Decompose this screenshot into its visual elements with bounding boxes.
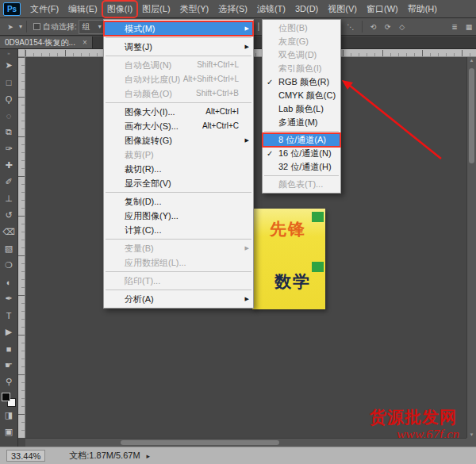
move-tool[interactable]: ➤	[2, 57, 17, 74]
menu-item-apply-image[interactable]: 应用图像(Y)...	[104, 209, 253, 223]
panels-icon[interactable]: ≣	[448, 21, 461, 33]
rectangle-tool[interactable]: ■	[2, 340, 17, 357]
gradient-tool[interactable]: ▧	[2, 240, 17, 257]
options-separator	[362, 21, 363, 33]
menu-item-canvas-size[interactable]: 画布大小(S)... Alt+Ctrl+C	[104, 119, 253, 133]
rectangular-marquee-tool[interactable]: □	[2, 74, 17, 90]
lasso-tool[interactable]: Ϙ	[2, 90, 17, 107]
menu-3d[interactable]: 3D(D)	[290, 2, 323, 16]
submenu-item-indexed-color: 索引颜色(I)	[263, 62, 340, 75]
menu-separator	[106, 192, 251, 193]
submenu-item-16-bits[interactable]: ✓ 16 位/通道(N)	[263, 147, 340, 160]
submenu-item-rgb-color[interactable]: ✓ RGB 颜色(R)	[263, 75, 340, 89]
status-bar: 33.44% 文档:1.87M/5.67M ▸	[0, 447, 476, 464]
3d-axis-icon[interactable]: ◇	[396, 21, 409, 33]
vertical-scrollbar[interactable]: ▲ ▼	[466, 57, 476, 438]
spot-healing-brush-tool[interactable]: ✚	[2, 157, 17, 174]
tool-preset-caret-icon[interactable]: ▾	[19, 23, 22, 30]
menu-help[interactable]: 帮助(H)	[403, 1, 442, 17]
submenu-item-duotone: 双色调(D)	[263, 48, 340, 62]
tools-panel: » ➤ □ Ϙ ◌ ⧉ ✑ ✚ ✐ ⊥ ↺ ⌫ ▧ ❍ ◐ ✒ T ▶ ■ ☛ …	[0, 49, 18, 447]
quick-mask-icon[interactable]: ◨	[2, 407, 17, 424]
image-text-2: 数学	[274, 270, 311, 293]
check-icon: ✓	[267, 147, 273, 160]
eyedropper-tool[interactable]: ✑	[2, 140, 17, 157]
menu-item-image-size[interactable]: 图像大小(I)... Alt+Ctrl+I	[104, 105, 253, 119]
quick-selection-tool[interactable]: ◌	[2, 107, 17, 124]
crop-tool[interactable]: ⧉	[2, 124, 17, 140]
blur-tool[interactable]: ❍	[2, 257, 17, 274]
zoom-tool[interactable]: ⚲	[2, 374, 17, 390]
brush-tool[interactable]: ✐	[2, 174, 17, 190]
submenu-item-32-bits[interactable]: 32 位/通道(H)	[263, 160, 340, 174]
color-swatches	[2, 393, 16, 407]
clone-stamp-tool[interactable]: ⊥	[2, 190, 17, 207]
vertical-scroll-thumb[interactable]	[469, 68, 474, 163]
submenu-item-cmyk-color[interactable]: CMYK 颜色(C)	[263, 89, 340, 102]
menu-separator	[106, 37, 251, 38]
submenu-item-lab-color[interactable]: Lab 颜色(L)	[263, 102, 340, 116]
menu-separator	[106, 239, 251, 240]
scroll-down-icon[interactable]: ▼	[467, 432, 476, 437]
auto-select-checkbox[interactable]	[33, 23, 40, 30]
move-tool-preset-icon[interactable]: ➤	[4, 21, 17, 33]
menu-view[interactable]: 视图(V)	[323, 1, 362, 17]
menu-item-analysis[interactable]: 分析(A) ▶	[104, 292, 253, 306]
menu-item-duplicate[interactable]: 复制(D)...	[104, 194, 253, 209]
workspace-icon[interactable]: ▦	[463, 21, 475, 33]
submenu-item-grayscale: 灰度(G)	[263, 35, 340, 48]
submenu-item-8-bits[interactable]: 8 位/通道(A)	[263, 133, 340, 147]
submenu-arrow-icon: ▶	[245, 40, 249, 54]
screen-mode-icon[interactable]: ▣	[2, 424, 17, 440]
menu-item-reveal-all[interactable]: 显示全部(V)	[104, 176, 253, 190]
foreground-color-swatch[interactable]	[2, 393, 10, 401]
path-selection-tool[interactable]: ▶	[2, 324, 17, 340]
panel-collapse-chevron-icon[interactable]: »	[7, 50, 10, 57]
auto-select-dropdown[interactable]: 组 ▾	[79, 20, 106, 34]
hand-tool[interactable]: ☛	[2, 357, 17, 374]
menu-item-calculations[interactable]: 计算(C)...	[104, 223, 253, 237]
menu-image[interactable]: 图像(I)	[102, 1, 137, 17]
rotate-cw-icon[interactable]: ⟳	[382, 21, 394, 33]
menu-item-variables: 变量(B) ▶	[104, 241, 253, 255]
distribute-right-icon[interactable]: ⋱	[344, 21, 357, 33]
pen-tool[interactable]: ✒	[2, 290, 17, 307]
submenu-arrow-icon: ▶	[245, 133, 249, 148]
submenu-item-bitmap: 位图(B)	[263, 21, 340, 35]
horizontal-scroll-thumb[interactable]	[121, 440, 279, 445]
menu-separator	[264, 175, 339, 176]
close-icon[interactable]: ×	[83, 38, 87, 47]
document-tab[interactable]: 0D9A0154-恢复的... ×	[0, 36, 93, 48]
rotate-ccw-icon[interactable]: ⟲	[367, 21, 380, 33]
photoshop-window: Ps 文件(F) 编辑(E) 图像(I) 图层(L) 类型(Y) 选择(S) 滤…	[0, 0, 476, 464]
menu-layer[interactable]: 图层(L)	[137, 1, 175, 17]
status-options-arrow-icon[interactable]: ▸	[147, 452, 151, 460]
menu-item-adjustments[interactable]: 调整(J) ▶	[104, 40, 253, 54]
menu-window[interactable]: 窗口(W)	[362, 1, 403, 17]
menu-item-image-rotation[interactable]: 图像旋转(G) ▶	[104, 133, 253, 148]
image-menu-dropdown: 模式(M) ▶ 调整(J) ▶ 自动色调(N) Shift+Ctrl+L 自动对…	[103, 19, 254, 309]
vertical-ruler[interactable]	[18, 57, 25, 438]
zoom-level-field[interactable]: 33.44%	[6, 450, 45, 462]
menu-item-trap: 陷印(T)...	[104, 274, 253, 288]
scroll-up-icon[interactable]: ▲	[467, 58, 476, 63]
ruler-corner	[18, 49, 25, 57]
menu-item-mode[interactable]: 模式(M) ▶	[104, 21, 253, 36]
menu-edit[interactable]: 编辑(E)	[63, 1, 102, 17]
eraser-tool[interactable]: ⌫	[2, 224, 17, 240]
menu-filter[interactable]: 滤镜(T)	[252, 1, 290, 17]
menu-item-trim[interactable]: 裁切(R)...	[104, 162, 253, 176]
submenu-arrow-icon: ▶	[245, 292, 249, 306]
menu-item-auto-tone: 自动色调(N) Shift+Ctrl+L	[104, 58, 253, 72]
document-image[interactable]: 先锋 数学	[252, 209, 325, 309]
horizontal-scrollbar[interactable]	[25, 438, 466, 447]
dodge-tool[interactable]: ◐	[2, 274, 17, 290]
menu-select[interactable]: 选择(S)	[213, 1, 252, 17]
history-brush-tool[interactable]: ↺	[2, 207, 17, 224]
menu-item-auto-contrast: 自动对比度(U) Alt+Shift+Ctrl+L	[104, 72, 253, 86]
menu-file[interactable]: 文件(F)	[25, 1, 63, 17]
type-tool[interactable]: T	[2, 307, 17, 324]
scrollbar-corner	[466, 438, 476, 447]
menu-type[interactable]: 类型(Y)	[175, 1, 214, 17]
submenu-item-multichannel[interactable]: 多通道(M)	[263, 116, 340, 129]
